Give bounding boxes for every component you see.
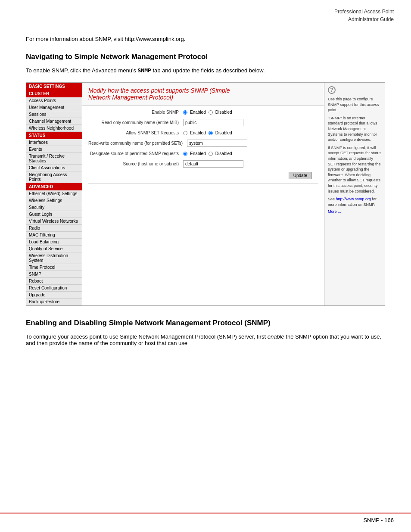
help-text-3: If SNMP is configured, it will accept GE… [328,145,381,194]
label-designate-source: Designate source of permitted SNMP reque… [88,151,183,156]
radio-source-enabled[interactable] [183,152,187,156]
radio-set-disabled[interactable] [209,131,213,135]
label-source-hostname: Source (hostname or subnet) [88,162,183,166]
sidebar-item-snmp[interactable]: SNMP [26,271,82,278]
input-readonly-community[interactable] [183,119,243,126]
section1-heading: Navigating to Simple Network Management … [26,53,385,61]
help-text-1: Use this page to configure SNMP support … [328,96,381,113]
main-area: Modify how the access point supports SNM… [82,83,324,305]
label-readwrite-community: Read-write community name (for permitted… [88,141,187,146]
section2-heading: Enabling and Disabling Simple Network Ma… [26,319,385,327]
sidebar-item-transmit-receive[interactable]: Transmit / Receive Statistics [26,153,82,165]
sidebar-item-interfaces[interactable]: Interfaces [26,139,82,146]
main-header-title: Modify how the access point supports SNM… [88,87,318,101]
help-panel: ? Use this page to configure SNMP suppor… [324,83,385,305]
header-line1: Professional Access Point [334,9,394,15]
sidebar-item-wds[interactable]: Wireless Distribution System [26,252,82,264]
radio-set-disabled-label: Disabled [215,131,232,135]
sidebar-item-backup-restore[interactable]: Backup/Restore [26,299,82,305]
footer-page-label: SNMP - 166 [363,517,394,523]
sidebar-item-load-balancing[interactable]: Load Balancing [26,239,82,246]
sidebar-item-qos[interactable]: Quality of Service [26,246,82,252]
sidebar-item-user-management[interactable]: User Management [26,104,82,111]
sidebar-item-virtual-wireless[interactable]: Virtual Wireless Networks [26,218,82,225]
ui-screenshot: BASIC SETTINGS CLUSTER Access Points Use… [26,82,385,306]
sidebar-item-wireless-neighborhood[interactable]: Wireless Neighborhood [26,125,82,132]
divider [88,184,318,184]
sidebar-item-upgrade[interactable]: Upgrade [26,292,82,299]
main-header: Modify how the access point supports SNM… [82,83,324,106]
snmp-tab-label: SNMP [138,67,151,74]
radio-enabled[interactable] [183,110,187,115]
sidebar-item-access-points[interactable]: Access Points [26,97,82,104]
sidebar-item-ethernet[interactable]: Ethernet (Wired) Settings [26,190,82,197]
input-source-hostname[interactable] [183,160,243,168]
sidebar-basic-settings[interactable]: BASIC SETTINGS [26,83,82,90]
sidebar-item-events[interactable]: Events [26,146,82,153]
sidebar-item-security[interactable]: Security [26,204,82,211]
section1-desc: To enable SNMP, click the Advanced menu'… [26,67,385,74]
form-row-source-hostname: Source (hostname or subnet) [88,160,318,168]
sidebar-advanced[interactable]: ADVANCED [26,183,82,190]
intro-text: For more information about SNMP, visit h… [26,36,385,42]
help-text-4: See http://www.snmp.org for more informa… [328,196,381,207]
sidebar-item-channel-management[interactable]: Channel Management [26,118,82,125]
help-snmp-link[interactable]: http://www.snmp.org [336,197,371,201]
sidebar-item-reset-config[interactable]: Reset Configuration [26,285,82,292]
form-row-designate-source: Designate source of permitted SNMP reque… [88,151,318,156]
form-row-readwrite-community: Read-write community name (for permitted… [88,140,318,147]
value-readwrite-community [187,140,247,147]
sidebar-item-mac-filtering[interactable]: MAC Filtering [26,232,82,239]
radio-enable-snmp: Enabled Disabled [183,110,232,115]
radio-designate-source: Enabled Disabled [183,151,232,156]
label-readonly-community: Read-only community name (entire MIB) [88,120,183,125]
radio-set-enabled[interactable] [183,131,187,135]
section2: Enabling and Disabling Simple Network Ma… [26,319,385,346]
sidebar-item-radio[interactable]: Radio [26,225,82,232]
sidebar-item-sessions[interactable]: Sessions [26,111,82,118]
page-footer: SNMP - 166 [0,513,411,523]
value-readonly-community [183,119,243,126]
help-icon: ? [328,86,336,94]
page-header: Professional Access Point Administrator … [0,0,411,27]
sidebar-item-reboot[interactable]: Reboot [26,278,82,285]
sidebar-item-client-associations[interactable]: Client Associations [26,165,82,171]
sidebar-status[interactable]: STATUS [26,132,82,139]
form-row-snmp-set: Allow SNMP SET Requests Enabled Disabled [88,131,318,135]
form-row-readonly-community: Read-only community name (entire MIB) [88,119,318,126]
sidebar-item-time-protocol[interactable]: Time Protocol [26,264,82,271]
help-text-2: "SNMP" is an Internet standard protocol … [328,115,381,143]
radio-snmp-set: Enabled Disabled [183,131,232,135]
sidebar: BASIC SETTINGS CLUSTER Access Points Use… [26,83,82,305]
label-enable-snmp: Enable SNMP [88,110,183,115]
radio-source-disabled[interactable] [209,152,213,156]
sidebar-item-guest-login[interactable]: Guest Login [26,211,82,218]
radio-source-disabled-label: Disabled [215,151,232,156]
form-row-enable-snmp: Enable SNMP Enabled Disabled [88,110,318,115]
sidebar-item-wireless-settings[interactable]: Wireless Settings [26,197,82,204]
sidebar-item-neighboring-ap[interactable]: Neighboring Access Points [26,171,82,183]
sidebar-cluster[interactable]: CLUSTER [26,90,82,97]
section2-desc: To configure your access point to use Si… [26,333,385,346]
label-snmp-set: Allow SNMP SET Requests [88,131,183,135]
radio-disabled-label: Disabled [215,110,232,115]
radio-set-enabled-label: Enabled [190,131,206,135]
input-readwrite-community[interactable] [187,140,247,147]
main-form: Enable SNMP Enabled Disabled Read-only c… [82,106,324,193]
radio-enabled-label: Enabled [190,110,206,115]
page-content: For more information about SNMP, visit h… [0,27,411,365]
section2-italic: enable [268,333,284,340]
radio-disabled[interactable] [209,110,213,115]
help-more-link[interactable]: More ... [328,209,381,215]
value-source-hostname [183,160,243,168]
radio-source-enabled-label: Enabled [190,151,206,156]
update-button[interactable]: Update [289,172,312,179]
header-line2: Administrator Guide [348,16,394,22]
